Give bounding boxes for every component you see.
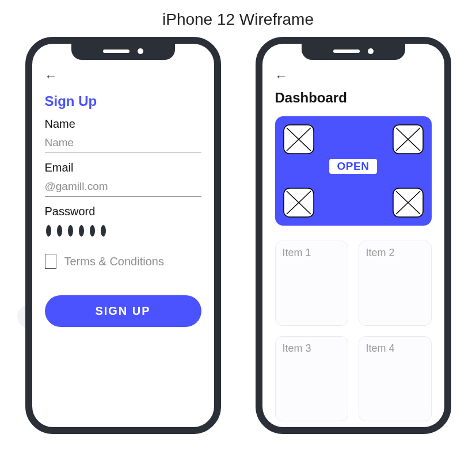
terms-label: Terms & Conditions bbox=[64, 255, 164, 268]
dashboard-grid: Item 1 Item 2 Item 3 Item 4 bbox=[275, 241, 432, 421]
field-name: Name Name bbox=[45, 117, 201, 153]
email-input[interactable]: @gamill.com bbox=[45, 178, 201, 197]
card-label: Item 2 bbox=[366, 247, 424, 259]
back-arrow-icon[interactable]: ← bbox=[275, 70, 432, 87]
password-label: Password bbox=[45, 205, 201, 218]
notch bbox=[302, 43, 405, 60]
page-title: iPhone 12 Wireframe bbox=[0, 0, 476, 35]
image-placeholder-icon bbox=[393, 188, 424, 218]
speaker-slot bbox=[103, 49, 130, 53]
password-input[interactable] bbox=[45, 222, 201, 239]
open-badge[interactable]: OPEN bbox=[329, 159, 378, 174]
dashboard-card[interactable]: Item 1 bbox=[275, 241, 348, 326]
card-label: Item 1 bbox=[283, 247, 341, 259]
camera-dot-icon bbox=[368, 48, 374, 54]
back-arrow-icon[interactable]: ← bbox=[45, 70, 201, 87]
image-placeholder-icon bbox=[283, 188, 314, 218]
name-label: Name bbox=[45, 117, 201, 131]
field-email: Email @gamill.com bbox=[45, 161, 201, 197]
email-label: Email bbox=[45, 161, 201, 174]
terms-row: Terms & Conditions bbox=[45, 254, 201, 269]
screen-title: Sign Up bbox=[45, 93, 201, 109]
signup-button[interactable]: SIGN UP bbox=[45, 295, 201, 327]
hero-panel[interactable]: OPEN bbox=[275, 116, 432, 226]
dashboard-card[interactable]: Item 2 bbox=[359, 241, 432, 326]
camera-dot-icon bbox=[138, 48, 143, 54]
screen-title: Dashboard bbox=[275, 90, 432, 106]
speaker-slot bbox=[333, 49, 360, 53]
name-input[interactable]: Name bbox=[45, 134, 201, 153]
notch bbox=[71, 43, 175, 60]
phone-dashboard: ← Dashboard OPEN Item 1 bbox=[256, 37, 451, 434]
dashboard-card[interactable]: Item 4 bbox=[359, 336, 432, 421]
image-placeholder-icon bbox=[283, 124, 314, 154]
card-label: Item 4 bbox=[366, 342, 424, 355]
field-password: Password bbox=[45, 205, 201, 239]
phone-signup: ← Sign Up Name Name Email @gamill.com Pa… bbox=[25, 37, 221, 434]
dashboard-card[interactable]: Item 3 bbox=[275, 336, 348, 421]
terms-checkbox[interactable] bbox=[45, 254, 56, 269]
image-placeholder-icon bbox=[393, 124, 424, 154]
card-label: Item 3 bbox=[283, 342, 341, 355]
